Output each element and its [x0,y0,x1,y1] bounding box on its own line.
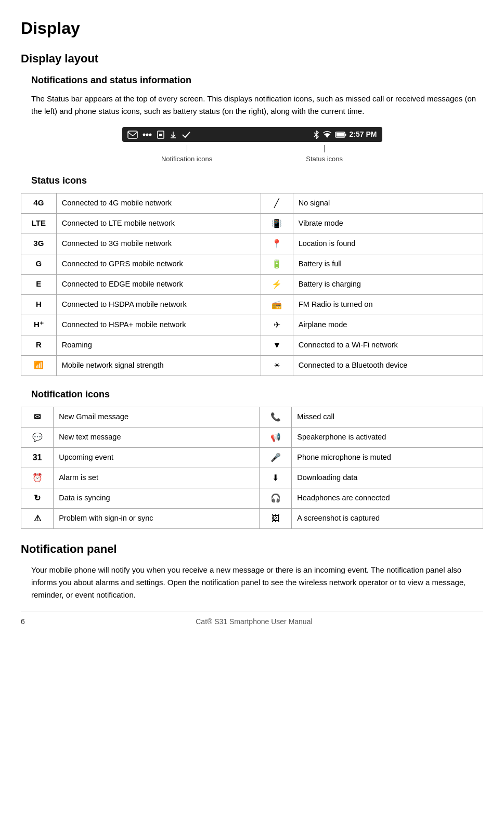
table-row: ↻ Data is syncing 🎧 Headphones are conne… [21,488,483,508]
table-row: E Connected to EDGE mobile network ⚡ Bat… [21,274,483,294]
svg-point-3 [149,133,151,136]
table-row: 3G Connected to 3G mobile network 📍 Loca… [21,234,483,254]
notif-label-cell2: Missed call [292,407,483,427]
table-row: ⏰ Alarm is set ⬇ Downloading data [21,468,483,488]
svg-rect-10 [336,133,344,136]
status-icon-cell2: 📍 [261,234,293,254]
notif-label-cell: Problem with sign-in or sync [54,508,260,528]
notif-label-cell2: Headphones are connected [292,488,483,508]
status-label-cell2: Location is found [293,234,483,254]
statusbar-labels-row: Notification icons Status icons [21,145,483,164]
status-label-cell: Connected to LTE mobile network [56,213,261,234]
notif-icon-cell2: 🖼 [260,508,292,528]
svg-rect-11 [345,134,346,136]
battery-icon [335,131,346,138]
statusbar-left [127,131,191,139]
status-label-cell: Connected to 4G mobile network [56,193,261,213]
svg-marker-8 [325,134,330,138]
status-icon-cell: H⁺ [21,315,57,335]
notifications-body-text: The Status bar appears at the top of eve… [31,93,483,118]
notif-label-cell: Upcoming event [54,447,260,468]
status-label-cell2: No signal [293,193,483,213]
table-row: 📶 Mobile network signal strength ✴ Conne… [21,355,483,376]
notif-icon-cell: 31 [21,447,54,468]
notifications-section-title: Notifications and status information [31,73,483,87]
status-label-cell: Connected to GPRS mobile network [56,254,261,274]
status-label-cell2: FM Radio is turned on [293,294,483,315]
notif-label-cell: New Gmail message [54,407,260,427]
status-icon-cell2: ⚡ [261,274,293,294]
status-icon-cell: 📶 [21,355,57,376]
status-icon-cell: R [21,335,57,355]
notif-label-cell: Data is syncing [54,488,260,508]
page-title: Display [21,16,483,41]
status-label-cell: Connected to 3G mobile network [56,234,261,254]
check-icon [182,131,191,139]
page-number: 6 [21,616,25,627]
svg-point-2 [146,133,148,136]
status-label-cell2: Battery is full [293,254,483,274]
status-label-cell2: Connected to a Wi-Fi network [293,335,483,355]
sim-icon [157,131,165,139]
table-row: 31 Upcoming event 🎤 Phone microphone is … [21,447,483,468]
notif-label-cell2: Downloading data [292,468,483,488]
svg-rect-5 [159,134,162,136]
status-label-cell: Connected to HSDPA mobile network [56,294,261,315]
table-row: G Connected to GPRS mobile network 🔋 Bat… [21,254,483,274]
notification-icons-title: Notification icons [31,387,483,402]
notif-label-cell: New text message [54,427,260,447]
notification-icons-table: ✉ New Gmail message 📞 Missed call 💬 New … [21,407,483,529]
notif-icon-cell: ⚠ [21,508,54,528]
status-icon-cell2: ✈ [261,315,293,335]
notif-icon-cell2: 📞 [260,407,292,427]
notif-icon-cell: ⏰ [21,468,54,488]
statusbar-time: 2:57 PM [350,129,377,140]
notif-icon-cell: 💬 [21,427,54,447]
status-icon-cell: G [21,254,57,274]
table-row: ✉ New Gmail message 📞 Missed call [21,407,483,427]
status-icons-table: 4G Connected to 4G mobile network ╱ No s… [21,193,483,376]
status-icons-title: Status icons [31,174,483,188]
table-row: ⚠ Problem with sign-in or sync 🖼 A scree… [21,508,483,528]
status-label-cell: Connected to HSPA+ mobile network [56,315,261,335]
notif-icon-cell: ↻ [21,488,54,508]
notif-label-cell2: Phone microphone is muted [292,447,483,468]
notification-panel-title: Notification panel [21,540,483,558]
status-label-cell: Connected to EDGE mobile network [56,274,261,294]
statusbar: 2:57 PM [122,127,382,142]
status-icon-cell: H [21,294,57,315]
status-icon-cell2: 🔋 [261,254,293,274]
status-icon-cell2: ✴ [261,355,293,376]
wifi-icon [322,131,332,139]
notif-icon-cell2: 🎤 [260,447,292,468]
notif-label-cell: Alarm is set [54,468,260,488]
status-label-cell: Roaming [56,335,261,355]
svg-rect-0 [128,131,137,138]
status-label-cell2: Airplane mode [293,315,483,335]
status-icon-cell: 4G [21,193,57,213]
status-icon-cell2: ▼ [261,335,293,355]
status-icon-cell: E [21,274,57,294]
footer-text: Cat® S31 Smartphone User Manual [25,616,483,627]
status-icon-cell2: 📳 [261,213,293,234]
status-icons-label: Status icons [306,145,343,164]
statusbar-right: 2:57 PM [313,129,377,140]
table-row: LTE Connected to LTE mobile network 📳 Vi… [21,213,483,234]
status-label-cell2: Connected to a Bluetooth device [293,355,483,376]
statusbar-container: 2:57 PM [21,127,483,142]
table-row: 4G Connected to 4G mobile network ╱ No s… [21,193,483,213]
download-icon [169,131,177,139]
table-row: H Connected to HSDPA mobile network 📻 FM… [21,294,483,315]
table-row: R Roaming ▼ Connected to a Wi-Fi network [21,335,483,355]
svg-point-1 [143,133,145,136]
notif-label-cell2: Speakerphone is activated [292,427,483,447]
notif-icon-cell2: ⬇ [260,468,292,488]
notif-label-cell2: A screenshot is captured [292,508,483,528]
status-label-cell2: Battery is charging [293,274,483,294]
notification-icons-label: Notification icons [161,145,212,164]
notif-icon-cell2: 📢 [260,427,292,447]
status-icon-cell: 3G [21,234,57,254]
status-icon-cell: LTE [21,213,57,234]
status-icon-cell2: ╱ [261,193,293,213]
status-label-cell: Mobile network signal strength [56,355,261,376]
